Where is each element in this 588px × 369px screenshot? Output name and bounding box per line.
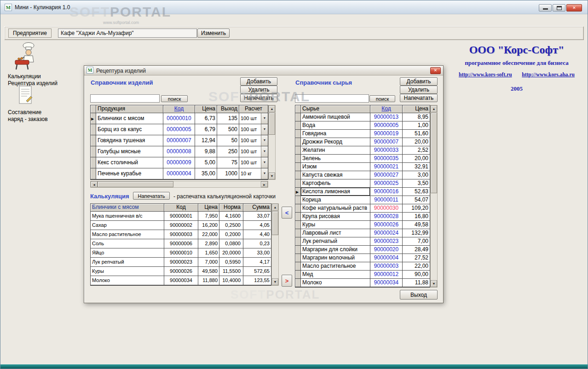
products-grid: Продукция Код Цена Выход Расчет Блинчики… — [90, 105, 268, 180]
chevron-down-icon[interactable]: ▼ — [261, 168, 268, 179]
scroll-thumb[interactable] — [272, 211, 278, 235]
calculation-row[interactable]: Соль 90000006 2,890 0,0800 0,23 — [91, 239, 271, 248]
scroll-left-button[interactable]: ◄ — [91, 181, 98, 187]
scroll-thumb[interactable] — [431, 113, 437, 193]
dialog-exit-button[interactable]: Выход — [400, 290, 438, 300]
ingredient-norm-cell: 0,0800 — [219, 239, 243, 248]
chevron-down-icon[interactable]: ▼ — [261, 124, 268, 135]
calculation-row[interactable]: Масло растительное 90000003 22,000 0,200… — [91, 230, 271, 239]
material-row[interactable]: Говядина 90000019 51,60 — [295, 130, 430, 138]
calculation-row[interactable]: Молоко 90000034 11,880 10,4000 123,55 — [91, 276, 271, 285]
transfer-right-button[interactable]: > — [282, 275, 292, 287]
calculation-print-button[interactable]: Напечатать — [133, 192, 170, 200]
product-price-cell: 9,88 — [195, 146, 217, 157]
calculation-row[interactable]: Яйцо 90000010 1,650 20,0000 33,00 — [91, 248, 271, 258]
shortcut-orders[interactable]: Составление наряд - заказов — [8, 85, 68, 123]
material-row[interactable]: Куры 90000026 49,58 — [295, 221, 430, 229]
column-header-norm: Норма — [219, 204, 243, 212]
products-print-button[interactable]: Напечатать — [240, 94, 277, 102]
product-row[interactable]: Говядина тушеная 00000007 12,94 50 100 ш… — [91, 135, 268, 146]
scroll-down-button[interactable]: ▼ — [269, 173, 275, 179]
row-indicator — [295, 171, 301, 179]
window-titlebar: M Мини - Кулинария 1.0 ✕ — [0, 0, 588, 14]
calculation-row[interactable]: Лук репчатый 90000023 7,000 0,5950 4,17 — [91, 258, 271, 267]
close-button[interactable]: ✕ — [566, 4, 582, 12]
chevron-down-icon[interactable]: ▼ — [261, 157, 268, 168]
enterprise-input[interactable] — [58, 29, 197, 38]
material-row[interactable]: Аммоний пищевой 90000013 8,95 — [295, 113, 430, 121]
column-header-code[interactable]: Код — [370, 105, 403, 113]
product-row[interactable]: Голубцы мясные 00000008 9,88 250 100 шт … — [91, 146, 268, 157]
scroll-thumb[interactable] — [98, 181, 173, 187]
material-row[interactable]: Капуста свежая 90000027 3,00 — [295, 171, 430, 179]
menu-item[interactable] — [14, 18, 23, 21]
bottom-frame — [0, 364, 588, 369]
products-search-input[interactable] — [90, 94, 160, 103]
scroll-right-button[interactable]: ► — [261, 181, 268, 187]
product-row[interactable]: Борщ из св капус 00000005 6,79 500 100 ш… — [91, 124, 268, 135]
material-row[interactable]: Вода 90000005 1,00 — [295, 121, 430, 130]
products-search-button[interactable]: поиск — [161, 95, 188, 102]
materials-search-button[interactable]: поиск — [369, 95, 395, 102]
material-row[interactable]: Желатин 90000033 2,52 — [295, 146, 430, 155]
column-header-code[interactable]: Код — [163, 105, 195, 113]
material-row[interactable]: Дрожжи Рекорд 90000007 20,00 — [295, 138, 430, 146]
product-row[interactable]: Печенье курабье 00000004 35,00 1000 10 к… — [91, 168, 268, 179]
material-row[interactable]: Картофель 90000025 3,50 — [295, 179, 430, 188]
product-row[interactable]: Кекс столичный 00000009 5,00 75 100 шт ▼ — [91, 157, 268, 168]
calculation-row[interactable]: Мука пшенничная в/с 90000001 7,950 4,160… — [91, 212, 271, 221]
material-price-cell: 54,07 — [403, 196, 430, 204]
transfer-left-button[interactable]: < — [282, 207, 292, 219]
material-row[interactable]: Лук репчатый 90000023 7,00 — [295, 237, 430, 246]
material-name-cell: Кислота лимонная — [301, 188, 370, 196]
material-row[interactable]: Маргарин для слойки 90000020 28,49 — [295, 246, 430, 254]
scroll-down-button[interactable]: ▼ — [272, 278, 278, 285]
material-row[interactable]: Лавровый лист 90000024 132,99 — [295, 229, 430, 237]
website-link-1[interactable]: http://www.kors-soft.ru — [459, 72, 512, 77]
change-button[interactable]: Изменить — [197, 29, 230, 38]
calculation-row[interactable]: Куры 90000026 49,580 11,5500 572,65 — [91, 267, 271, 276]
materials-add-button[interactable]: Добавить — [400, 77, 438, 86]
material-row[interactable]: Крупа рисовая 90000028 16,80 — [295, 213, 430, 221]
scroll-down-button[interactable]: ▼ — [431, 280, 437, 287]
menu-item[interactable] — [5, 18, 13, 21]
products-add-button[interactable]: Добавить — [240, 77, 277, 86]
minimize-button[interactable] — [539, 4, 552, 12]
material-row[interactable]: Зелень 90000035 20,00 — [295, 155, 430, 163]
dialog-close-button[interactable]: ✕ — [430, 67, 441, 74]
material-price-cell: 16,80 — [403, 213, 430, 221]
materials-print-button[interactable]: Напечатать — [400, 94, 438, 102]
materials-search-input[interactable] — [295, 94, 369, 103]
material-row[interactable]: Мед 90000012 90,00 — [295, 271, 430, 279]
window-title: Мини - Кулинария 1.0 — [15, 4, 70, 11]
scroll-thumb[interactable] — [269, 113, 275, 135]
scroll-up-button[interactable]: ▲ — [272, 204, 278, 211]
menu-item[interactable] — [23, 18, 32, 21]
maximize-button[interactable] — [553, 4, 565, 12]
shortcut-calculations[interactable]: Калькуляции Рецептура изделий — [8, 42, 68, 87]
website-link-2[interactable]: http://www.kors.aha.ru — [522, 72, 575, 77]
menu-item[interactable] — [33, 18, 41, 21]
product-code-cell: 00000008 — [163, 146, 195, 157]
material-row[interactable]: Молоко 90000034 11,88 — [295, 279, 430, 287]
chevron-down-icon[interactable]: ▼ — [261, 146, 268, 157]
product-output-cell: 250 — [217, 146, 239, 157]
row-indicator — [295, 279, 301, 287]
minimize-icon — [543, 8, 548, 10]
products-delete-button[interactable]: Удалить — [240, 86, 277, 94]
chevron-down-icon[interactable]: ▼ — [261, 135, 268, 146]
material-row[interactable]: Кислота лимонная 90000016 52,63 — [295, 188, 430, 196]
chevron-down-icon[interactable]: ▼ — [261, 113, 268, 124]
product-row[interactable]: Блинчики с мясом 00000010 6,73 135 100 ш… — [91, 113, 268, 124]
material-row[interactable]: Маргарин молочный 90000004 27,52 — [295, 254, 430, 262]
row-indicator — [295, 213, 301, 221]
material-row[interactable]: Корица 90000011 54,07 — [295, 196, 430, 204]
materials-delete-button[interactable]: Удалить — [400, 86, 438, 94]
ingredient-code-cell: 90000001 — [164, 212, 198, 221]
scroll-up-button[interactable]: ▲ — [431, 105, 437, 112]
material-row[interactable]: Кофе натуральный раств 90000030 109,20 — [295, 204, 430, 213]
material-row[interactable]: Изюм 90000021 32,91 — [295, 163, 430, 171]
scroll-up-button[interactable]: ▲ — [269, 105, 275, 112]
calculation-row[interactable]: Сахар 90000002 16,200 0,2500 4,05 — [91, 221, 271, 230]
material-row[interactable]: Масло растительное 90000003 22,00 — [295, 262, 430, 271]
